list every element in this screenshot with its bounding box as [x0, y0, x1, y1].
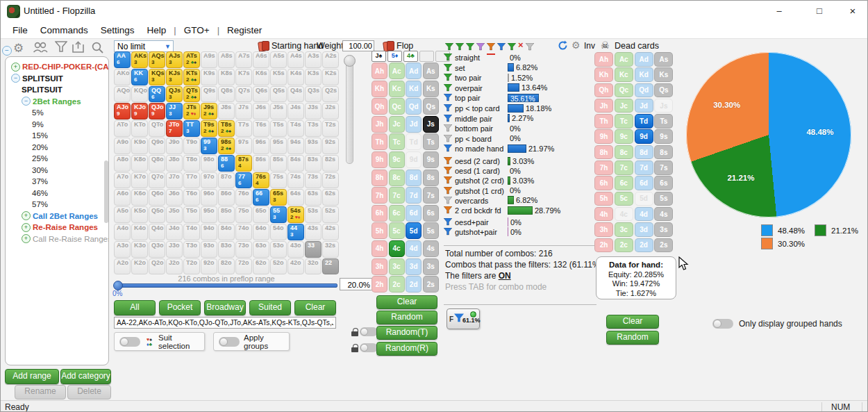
tree-scrollbar[interactable] [104, 160, 108, 223]
dead-card-Qh[interactable]: Qh [594, 83, 613, 98]
quick-button-clear[interactable]: Clear [294, 300, 336, 315]
matrix-cell-JJ[interactable]: JJ3 [166, 103, 183, 120]
flop-card-Ks[interactable]: Ks [423, 81, 439, 97]
matrix-cell-A4o[interactable]: A4o [114, 224, 131, 240]
matrix-cell-AJs[interactable]: AJs3 [166, 51, 183, 68]
dead-card-3h[interactable]: 3h [594, 222, 613, 237]
matrix-cell-T4o[interactable]: T4o [183, 224, 200, 240]
menu-item-register[interactable]: Register [221, 25, 268, 35]
matrix-cell-A6s[interactable]: A6s [253, 51, 269, 68]
dead-card-Ah[interactable]: Ah [594, 52, 613, 67]
matrix-cell-62o[interactable]: 62o [253, 258, 269, 275]
matrix-cell-J5s[interactable]: J5s [270, 103, 287, 120]
flop-button-clear[interactable]: Clear [376, 295, 437, 309]
matrix-cell-74o[interactable]: 74o [235, 224, 252, 240]
matrix-cell-K7o[interactable]: K7o [131, 172, 148, 189]
dead-card-5d[interactable]: 5d [635, 192, 653, 206]
matrix-cell-AKo[interactable]: AKo [114, 69, 131, 85]
flop-button-randomr[interactable]: Random(R) [376, 342, 437, 356]
dead-card-7d[interactable]: 7d [635, 160, 653, 175]
tree-item-call-re-raise-ranges[interactable]: +Call Re-Raise Ranges [6, 233, 108, 245]
menu-item-file[interactable]: File [6, 25, 34, 35]
flop-card-Qd[interactable]: Qd [406, 98, 422, 115]
random-t-lock-toggle[interactable] [360, 327, 378, 336]
matrix-cell-J4o[interactable]: J4o [166, 224, 183, 240]
tree-item-splitsuit[interactable]: −SPLITSUIT [6, 73, 108, 85]
dead-card-9h[interactable]: 9h [594, 129, 613, 144]
matrix-cell-83o[interactable]: 83o [218, 241, 235, 258]
expand-plus-icon[interactable]: + [22, 223, 31, 232]
dead-card-Js[interactable]: Js [654, 99, 673, 113]
minimize-button[interactable]: – [763, 1, 795, 22]
matrix-cell-A2o[interactable]: A2o [114, 258, 131, 275]
random-r-lock-toggle[interactable] [360, 343, 378, 352]
matrix-cell-32s[interactable]: 32s [322, 241, 339, 258]
matrix-cell-87o[interactable]: 87o [218, 172, 235, 189]
menu-item-help[interactable]: Help [141, 25, 173, 35]
dead-card-Ad[interactable]: Ad [635, 52, 653, 67]
matrix-cell-AA[interactable]: AA6 [114, 51, 131, 68]
expand-plus-icon[interactable]: + [22, 234, 31, 243]
flop-card-5c[interactable]: 5c [389, 222, 405, 239]
flop-card-2s[interactable]: 2s [423, 276, 439, 292]
dead-card-5c[interactable]: 5c [615, 192, 633, 206]
matrix-cell-T6s[interactable]: T6s [253, 120, 269, 137]
flop-card-2d[interactable]: 2d [406, 276, 422, 292]
dead-card-2s[interactable]: 2s [654, 238, 673, 253]
flop-card-4c[interactable]: 4c [389, 240, 405, 257]
matrix-cell-Q4o[interactable]: Q4o [149, 224, 165, 240]
tree-item-red-chip-poker-cash-[interactable]: +RED-CHIP-POKER-(CASH) [6, 61, 108, 73]
flop-card-5s[interactable]: 5s [423, 222, 439, 239]
matrix-cell-96s[interactable]: 96s [253, 138, 269, 154]
dead-card-Qc[interactable]: Qc [615, 83, 633, 98]
dead-card-6c[interactable]: 6c [615, 176, 633, 190]
dead-card-Jh[interactable]: Jh [594, 99, 613, 113]
dead-card-9d[interactable]: 9d [635, 129, 653, 144]
matrix-cell-Q3s[interactable]: Q3s [305, 86, 322, 103]
expand-plus-icon[interactable]: + [11, 63, 20, 72]
matrix-cell-J2o[interactable]: J2o [166, 258, 183, 275]
dead-card-2c[interactable]: 2c [615, 238, 633, 253]
flop-card-9s[interactable]: 9s [423, 151, 439, 168]
matrix-cell-T8s[interactable]: T8s2 ♣♠ [218, 120, 235, 137]
tree-item-re-raise-ranges[interactable]: +Re-Raise Ranges [6, 222, 108, 233]
matrix-cell-97s[interactable]: 97s [235, 138, 252, 154]
dead-card-4d[interactable]: 4d [635, 207, 653, 222]
weight-input[interactable] [342, 40, 374, 51]
matrix-cell-94s[interactable]: 94s [287, 138, 304, 154]
matrix-cell-42o[interactable]: 42o [287, 258, 304, 275]
flop-card-9h[interactable]: 9h [372, 151, 387, 168]
range-percent-slider-knob[interactable] [113, 281, 123, 290]
filter-preset-3-funnel-icon[interactable] [466, 41, 474, 53]
dead-card-2d[interactable]: 2d [635, 238, 653, 253]
dead-card-Tc[interactable]: Tc [615, 114, 633, 129]
quick-button-pocket[interactable]: Pocket [159, 300, 201, 315]
flop-card-6h[interactable]: 6h [372, 205, 387, 222]
matrix-cell-97o[interactable]: 97o [201, 172, 217, 189]
matrix-cell-86s[interactable]: 86s [253, 155, 269, 172]
matrix-cell-QJs[interactable]: QJs3 [166, 86, 183, 103]
flop-card-3c[interactable]: 3c [389, 258, 405, 275]
matrix-cell-43s[interactable]: 43s [305, 224, 322, 240]
matrix-cell-52o[interactable]: 52o [270, 258, 287, 275]
flop-card-6c[interactable]: 6c [389, 205, 405, 222]
matrix-cell-K3o[interactable]: K3o [131, 241, 148, 258]
flop-card-Th[interactable]: Th [372, 133, 387, 150]
matrix-cell-KTo[interactable]: KTo [131, 120, 148, 137]
dead-button-random[interactable]: Random [606, 331, 659, 345]
flop-card-Jh[interactable]: Jh [372, 116, 387, 133]
matrix-cell-J8o[interactable]: J8o [166, 155, 183, 172]
dead-card-8c[interactable]: 8c [615, 145, 633, 160]
tree-item-57-[interactable]: 57% [6, 199, 108, 211]
matrix-cell-53s[interactable]: 53s [305, 206, 322, 223]
matrix-cell-65s[interactable]: 65s3 [270, 189, 287, 206]
matrix-cell-84s[interactable]: 84s [287, 155, 304, 172]
matrix-cell-A3s[interactable]: A3s [305, 51, 322, 68]
flop-card-Ts[interactable]: Ts [423, 133, 439, 150]
flop-card-2c[interactable]: 2c [389, 276, 405, 292]
dead-card-Kh[interactable]: Kh [594, 67, 613, 82]
tree-item-46-[interactable]: 46% [6, 188, 108, 199]
tree-item-37-[interactable]: 37% [6, 176, 108, 188]
matrix-cell-AQo[interactable]: AQo [114, 86, 131, 103]
matrix-cell-Q4s[interactable]: Q4s [287, 86, 304, 103]
